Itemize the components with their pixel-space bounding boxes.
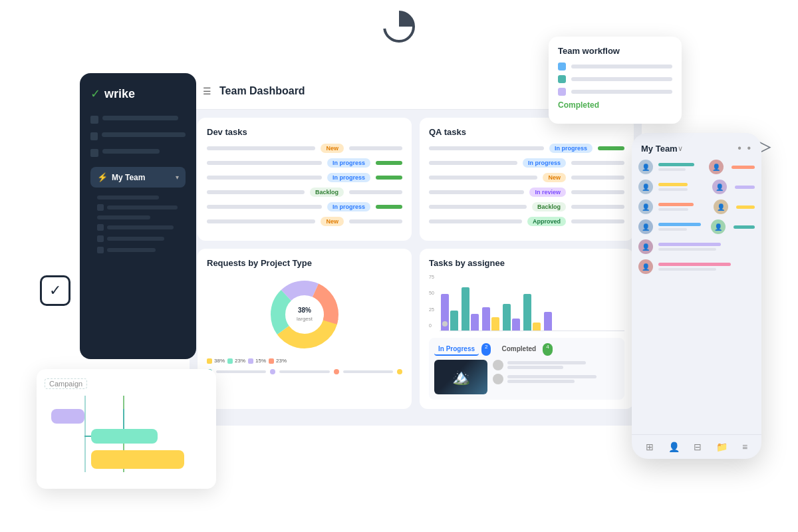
badge-new-2: New <box>321 217 344 226</box>
sidebar-sub-line-1[interactable] <box>97 196 159 200</box>
requests-chart-card: Requests by Project Type 38% largest <box>198 249 412 409</box>
badge-in-progress: 2 <box>481 343 491 356</box>
mini-list <box>493 360 619 394</box>
m-lines-3 <box>658 203 708 211</box>
wf-dot-purple <box>558 88 566 96</box>
footer-icon-2[interactable]: 👤 <box>668 442 680 452</box>
sidebar-group-label-2[interactable] <box>107 225 174 229</box>
sidebar-group-icon-2 <box>97 224 104 231</box>
qa-tasks-title: QA tasks <box>429 127 624 137</box>
qa-row-6: Approved <box>429 217 624 226</box>
footer-icon-3[interactable]: ⊟ <box>694 442 702 452</box>
legend-item-4: 23% <box>269 358 287 364</box>
qa-badge-2: In progress <box>523 158 566 168</box>
footer-icon-4[interactable]: 📁 <box>716 442 728 452</box>
task-line <box>207 190 305 194</box>
m-line1-4 <box>658 223 701 226</box>
footer-icon-1[interactable]: ⊞ <box>646 442 654 452</box>
badge-inprogress-3: In progress <box>327 202 370 211</box>
m-line1-2 <box>658 183 688 186</box>
guide-vertical-teal <box>84 396 86 472</box>
sidebar-group-1[interactable] <box>97 204 186 211</box>
qa-badge-1: In progress <box>549 144 593 153</box>
qa-row-2: In progress <box>429 158 624 168</box>
wf-line-3 <box>571 90 672 94</box>
logo-check-icon: ✓ <box>90 86 100 101</box>
dev-tasks-title: Dev tasks <box>207 127 402 137</box>
sidebar-group-label-3[interactable] <box>107 237 164 241</box>
sidebar-group-label-1[interactable] <box>107 205 178 209</box>
qa-line-short <box>571 176 624 180</box>
wf-row-2 <box>558 75 672 83</box>
sidebar-doc-icon[interactable] <box>90 149 98 157</box>
bar-seg-purple-4 <box>512 319 520 331</box>
wf-completed-row: Completed <box>558 100 672 110</box>
m-progress-2 <box>735 186 755 189</box>
mobile-row-2: 👤 👤 <box>638 180 755 194</box>
mobile-body: 👤 👤 👤 👤 👤 👤 <box>632 160 761 434</box>
m-lines-5 <box>658 243 755 251</box>
qa-line-short <box>571 161 624 165</box>
m-avatar-2: 👤 <box>638 180 653 194</box>
task-line <box>207 161 322 165</box>
badge-inprogress-1: In progress <box>327 158 370 168</box>
qa-progress-bar <box>598 146 624 150</box>
bar-groups <box>440 275 624 331</box>
tasks-mini-section: In Progress 2 Completed 4 🏔️ <box>429 338 624 400</box>
sidebar-group-label-4[interactable] <box>107 248 156 252</box>
sidebar-group-icon-3 <box>97 235 104 242</box>
sidebar-sub-line-2[interactable] <box>97 215 150 219</box>
campaign-node-yellow[interactable] <box>91 450 184 469</box>
tab-completed[interactable]: Completed <box>497 343 540 356</box>
bar-group-1 <box>440 294 458 331</box>
mini-line-4 <box>507 380 575 383</box>
qa-line-short <box>571 205 624 209</box>
dot-purple <box>270 369 275 374</box>
my-team-item[interactable]: ⚡ My Team ▾ <box>90 167 186 188</box>
task-line <box>207 205 322 209</box>
m-line2-6 <box>658 268 716 271</box>
bar-chart-area: 75 50 25 0 <box>429 275 624 331</box>
wf-dot-teal <box>558 75 566 83</box>
sidebar-group-3[interactable] <box>97 235 186 242</box>
campaign-node-purple[interactable] <box>51 409 84 424</box>
m-avatar-r1: 👤 <box>709 160 724 174</box>
qa-row-1: In progress <box>429 144 624 153</box>
y-label-50: 50 <box>429 291 434 295</box>
task-progress-bar-2 <box>376 176 402 180</box>
sidebar-group-icon-4 <box>97 247 104 253</box>
sidebar-home-icon[interactable] <box>90 116 98 124</box>
donut-chart: 38% largest <box>207 275 402 354</box>
sidebar-grid-icon[interactable] <box>90 132 98 140</box>
tab-in-progress[interactable]: In Progress <box>434 343 479 356</box>
dot-line-2 <box>279 370 329 373</box>
mobile-dots[interactable]: • • <box>737 142 752 154</box>
bar-group-5 <box>523 294 541 331</box>
dot-orange <box>334 369 339 374</box>
hamburger-icon[interactable]: ☰ <box>203 86 211 96</box>
m-progress-3 <box>736 205 755 209</box>
y-label-25: 25 <box>429 307 434 312</box>
logo-text: wrike <box>104 87 135 101</box>
bottom-tabs: In Progress 2 Completed 4 <box>434 343 619 356</box>
wf-completed-label: Completed <box>558 100 599 110</box>
sidebar-nav-row-1 <box>90 116 186 126</box>
sidebar-nav-label-1[interactable] <box>102 116 178 120</box>
task-line <box>207 219 315 223</box>
task-progress-bar-3 <box>376 205 402 209</box>
bar-seg-teal-5 <box>523 294 531 331</box>
task-row-4: Backlog <box>207 188 402 197</box>
sidebar-nav-label-3[interactable] <box>102 149 160 154</box>
campaign-node-teal[interactable] <box>91 429 158 444</box>
mobile-row-4: 👤 👤 <box>638 219 755 234</box>
svg-text:38%: 38% <box>298 307 311 314</box>
mobile-chevron: ∨ <box>678 144 683 153</box>
sidebar-group-4[interactable] <box>97 247 186 253</box>
workflow-title: Team workflow <box>558 46 672 56</box>
wf-line-2 <box>571 77 672 81</box>
m-avatar-3: 👤 <box>638 200 653 214</box>
sidebar-group-2[interactable] <box>97 224 186 231</box>
sidebar-nav-label-2[interactable] <box>102 132 186 137</box>
mini-row-lines <box>507 361 619 369</box>
footer-icon-5[interactable]: ≡ <box>742 442 747 452</box>
